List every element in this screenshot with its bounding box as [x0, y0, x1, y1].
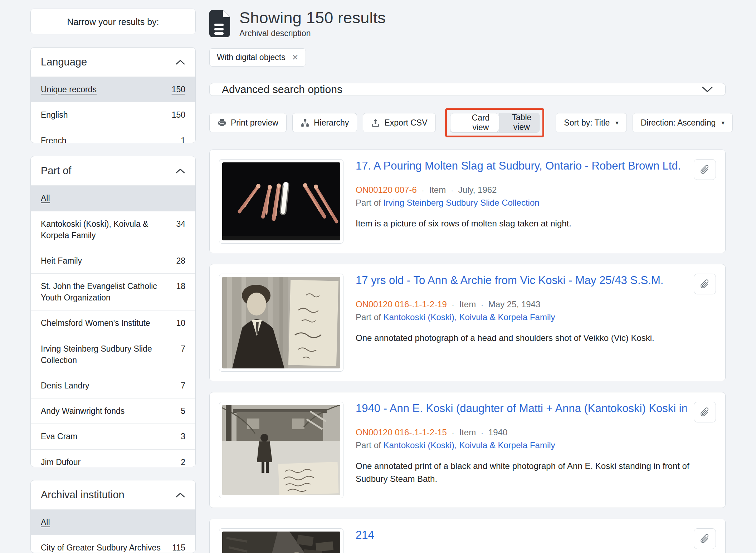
result-card-body: 214 ON00120 015-.1-1-7-3 · Item · May 5,… [356, 528, 716, 553]
paperclip-button[interactable] [694, 159, 716, 180]
caret-down-icon: ▾ [721, 119, 725, 127]
view-toggle-highlight: Card view Table view [445, 108, 545, 137]
export-csv-label: Export CSV [384, 118, 427, 128]
facet-item-label: All [41, 517, 185, 528]
result-title-link[interactable]: 1940 - Ann E. Koski (daughter of Matti +… [356, 402, 687, 416]
result-title-link[interactable]: 17. A Pouring Molten Slag at Sudbury, On… [356, 159, 687, 173]
portrait-photo [222, 277, 340, 368]
chevron-up-icon [175, 492, 185, 498]
facet-language-header[interactable]: Language [31, 48, 195, 77]
export-csv-button[interactable]: Export CSV [363, 113, 435, 132]
advanced-search-panel[interactable]: Advanced search options [209, 83, 726, 96]
result-thumbnail[interactable] [219, 274, 343, 372]
part-of-prefix: Part of [356, 440, 381, 450]
facet-item-label: Irving Steinberg Sudbury Slide Collectio… [41, 343, 181, 366]
result-card-body: 17 yrs old - To Ann & Archie from Vic Ko… [356, 274, 716, 372]
result-thumbnail[interactable] [219, 402, 343, 498]
filter-chip-digital-objects[interactable]: With digital objects ✕ [209, 48, 306, 67]
facet-item-jim-dufour[interactable]: Jim Dufour 2 [31, 449, 195, 468]
facet-item-city-of-greater-sudbury-archives[interactable]: City of Greater Sudbury Archives 115 [31, 535, 195, 553]
sort-by-dropdown[interactable]: Sort by: Title ▾ [556, 113, 626, 132]
part-of-link[interactable]: Kantokoski (Koski), Koivula & Korpela Fa… [383, 312, 555, 322]
advanced-search-label: Advanced search options [222, 83, 342, 96]
facet-item-count: 150 [172, 84, 185, 95]
card-view-button[interactable]: Card view [450, 113, 499, 132]
chip-close-icon[interactable]: ✕ [292, 53, 298, 62]
facet-item-irving-steinberg-collection[interactable]: Irving Steinberg Sudbury Slide Collectio… [31, 336, 195, 373]
facet-item-count: 10 [176, 317, 185, 329]
facet-item-denis-landry[interactable]: Denis Landry 7 [31, 373, 195, 398]
facet-item-kantokoski-family[interactable]: Kantokoski (Koski), Koivula & Korpela Fa… [31, 211, 195, 248]
facet-item-english[interactable]: English 150 [31, 102, 195, 127]
result-card: 17. A Pouring Molten Slag at Sudbury, On… [209, 150, 726, 253]
facet-item-unique-records[interactable]: Unique records 150 [31, 77, 195, 102]
level-of-description: Item [459, 299, 476, 309]
facet-item-label: All [41, 192, 185, 204]
facet-archival-institution-header[interactable]: Archival institution [31, 480, 195, 509]
meta-separator: · [422, 186, 424, 195]
facet-item-st-john-youth-org[interactable]: St. John the Evangelist Catholic Youth O… [31, 273, 195, 310]
chevron-down-icon [702, 86, 713, 93]
facet-language: Language Unique records 150 English 150 … [30, 47, 196, 143]
table-view-label: Table view [512, 113, 531, 132]
result-title-link[interactable]: 214 [356, 528, 687, 542]
narrow-results-heading: Narrow your results by: [30, 9, 196, 34]
paperclip-icon [697, 162, 712, 177]
card-view-label: Card view [472, 113, 490, 132]
chevron-up-icon [175, 59, 185, 65]
paperclip-button[interactable] [694, 528, 716, 549]
result-card-body: 1940 - Ann E. Koski (daughter of Matti +… [356, 402, 716, 498]
facet-item-all[interactable]: All [31, 185, 195, 211]
facet-item-andy-wainwright-fonds[interactable]: Andy Wainwright fonds 5 [31, 398, 195, 424]
result-description: One annotated print of a black and white… [356, 460, 716, 485]
facet-archival-institution: Archival institution All City of Greater… [30, 480, 196, 553]
facet-item-count: 7 [181, 343, 185, 354]
facet-item-heit-family[interactable]: Heit Family 28 [31, 248, 195, 273]
reference-code-link[interactable]: ON00120 016-.1-1-2-19 [356, 299, 447, 309]
result-date: May 25, 1943 [488, 299, 540, 309]
paperclip-button[interactable] [694, 274, 716, 294]
facet-item-chelmsford-womens-institute[interactable]: Chelmsford Women's Institute 10 [31, 310, 195, 336]
facet-item-all[interactable]: All [31, 509, 195, 535]
print-preview-button[interactable]: Print preview [209, 113, 287, 132]
result-title-link[interactable]: 17 yrs old - To Ann & Archie from Vic Ko… [356, 274, 687, 288]
result-thumbnail[interactable] [219, 528, 343, 553]
part-of-link[interactable]: Kantokoski (Koski), Koivula & Korpela Fa… [383, 440, 555, 450]
mine-rescue-photo [222, 532, 340, 553]
table-view-button[interactable]: Table view [499, 113, 539, 132]
facet-item-count: 5 [181, 405, 185, 417]
chevron-up-icon [175, 168, 185, 174]
meta-separator: · [452, 429, 454, 437]
print-preview-label: Print preview [231, 118, 278, 128]
result-date: 1940 [488, 427, 507, 437]
reference-code-link[interactable]: ON00120 007-6 [356, 185, 417, 195]
result-thumbnail[interactable] [219, 159, 343, 244]
meta-separator: · [451, 186, 453, 195]
part-of-line: Part of Irving Steinberg Sudbury Slide C… [356, 198, 716, 208]
paperclip-button[interactable] [694, 402, 716, 422]
facet-item-count: 28 [176, 255, 185, 266]
facet-item-label: City of Greater Sudbury Archives [41, 542, 172, 553]
molten-slag-photo [222, 162, 340, 240]
facet-part-of-header[interactable]: Part of [31, 156, 195, 185]
facet-item-french[interactable]: French 1 [31, 128, 195, 143]
part-of-line: Part of Kantokoski (Koski), Koivula & Ko… [356, 312, 716, 322]
annotated-print-photo [222, 405, 340, 495]
facet-part-of-title: Part of [41, 165, 71, 177]
result-card: 17 yrs old - To Ann & Archie from Vic Ko… [209, 264, 726, 381]
part-of-line: Part of Kantokoski (Koski), Koivula & Ko… [356, 440, 716, 450]
facet-item-label: Chelmsford Women's Institute [41, 317, 176, 329]
results-list: 17. A Pouring Molten Slag at Sudbury, On… [209, 150, 726, 553]
part-of-link[interactable]: Irving Steinberg Sudbury Slide Collectio… [383, 198, 539, 207]
facet-item-count: 3 [181, 431, 185, 442]
direction-dropdown[interactable]: Direction: Ascending ▾ [633, 113, 733, 132]
facet-item-eva-cram[interactable]: Eva Cram 3 [31, 424, 195, 449]
facet-item-label: St. John the Evangelist Catholic Youth O… [41, 280, 176, 303]
facet-sidebar: Narrow your results by: Language Unique … [30, 9, 196, 553]
caret-down-icon: ▾ [615, 119, 619, 127]
hierarchy-button[interactable]: Hierarchy [292, 113, 357, 132]
facet-item-count: 34 [176, 218, 185, 230]
result-meta: ON00120 007-6 · Item · July, 1962 [356, 185, 716, 195]
reference-code-link[interactable]: ON00120 016-.1-1-2-15 [356, 427, 447, 437]
result-meta: ON00120 016-.1-1-2-15 · Item · 1940 [356, 427, 716, 437]
